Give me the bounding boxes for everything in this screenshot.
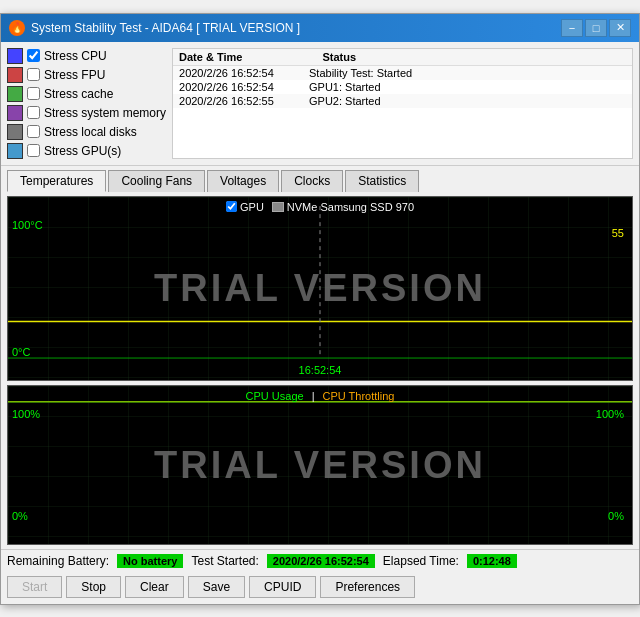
main-content-area: Stress CPU Stress FPU Stress cache Stres…: [1, 42, 639, 166]
chart-top-time-label: 16:52:54: [299, 364, 342, 376]
cpu-legend: CPU Usage | CPU Throttling: [246, 390, 395, 402]
chart-top-label-0: 0°C: [12, 346, 30, 358]
chart-bottom-label-100-left: 100%: [12, 408, 40, 420]
test-started-value: 2020/2/26 16:52:54: [267, 554, 375, 568]
gpu-legend-label: GPU: [240, 201, 264, 213]
chart-top-legend: GPU NVMe Samsung SSD 970: [226, 201, 414, 213]
stress-memory-label: Stress system memory: [44, 106, 166, 120]
elapsed-label: Elapsed Time:: [383, 554, 459, 568]
gpu-legend-checkbox[interactable]: [226, 201, 237, 212]
title-bar: 🔥 System Stability Test - AIDA64 [ TRIAL…: [1, 14, 639, 42]
trial-watermark-bottom: TRIAL VERSION: [154, 443, 486, 486]
disk-icon: [7, 124, 23, 140]
main-window: 🔥 System Stability Test - AIDA64 [ TRIAL…: [0, 13, 640, 605]
cpu-usage-chart: CPU Usage | CPU Throttling 100% 0% 100% …: [7, 385, 633, 545]
tabs-section: Temperatures Cooling Fans Voltages Clock…: [1, 166, 639, 192]
tab-cooling-fans[interactable]: Cooling Fans: [108, 170, 205, 192]
fpu-icon: [7, 67, 23, 83]
battery-label: Remaining Battery:: [7, 554, 109, 568]
log-row-1: 2020/2/26 16:52:54 GPU1: Started: [173, 80, 632, 94]
chart-bottom-label-0-left: 0%: [12, 510, 28, 522]
nvme-legend-item: NVMe Samsung SSD 970: [272, 201, 414, 213]
cpuid-button[interactable]: CPUID: [249, 576, 316, 598]
test-started-label: Test Started:: [191, 554, 258, 568]
elapsed-value: 0:12:48: [467, 554, 517, 568]
tab-voltages[interactable]: Voltages: [207, 170, 279, 192]
close-button[interactable]: ✕: [609, 19, 631, 37]
cpu-usage-label: CPU Usage: [246, 390, 304, 402]
bottom-toolbar: Start Stop Clear Save CPUID Preferences: [1, 572, 639, 604]
start-button[interactable]: Start: [7, 576, 62, 598]
log-status-1: GPU1: Started: [309, 81, 626, 93]
stress-disk-label: Stress local disks: [44, 125, 137, 139]
nvme-legend-label: NVMe Samsung SSD 970: [287, 201, 414, 213]
stress-cpu-label: Stress CPU: [44, 49, 107, 63]
cpu-icon: [7, 48, 23, 64]
nvme-legend-box: [272, 202, 284, 212]
tab-bar: Temperatures Cooling Fans Voltages Clock…: [7, 170, 633, 192]
memory-icon: [7, 105, 23, 121]
battery-value: No battery: [117, 554, 183, 568]
stress-disk-checkbox[interactable]: [27, 125, 40, 138]
stress-fpu-label: Stress FPU: [44, 68, 105, 82]
stress-fpu-checkbox[interactable]: [27, 68, 40, 81]
log-row-2: 2020/2/26 16:52:55 GPU2: Started: [173, 94, 632, 108]
app-icon: 🔥: [9, 20, 25, 36]
trial-watermark-top: TRIAL VERSION: [154, 267, 486, 310]
clear-button[interactable]: Clear: [125, 576, 184, 598]
window-title: System Stability Test - AIDA64 [ TRIAL V…: [31, 21, 300, 35]
log-time-0: 2020/2/26 16:52:54: [179, 67, 289, 79]
chart-top-label-100: 100°C: [12, 219, 43, 231]
chart-bottom-label-100-right: 100%: [596, 408, 624, 420]
tab-temperatures[interactable]: Temperatures: [7, 170, 106, 192]
charts-area: GPU NVMe Samsung SSD 970 100°C 0°C 16:52…: [1, 192, 639, 549]
save-button[interactable]: Save: [188, 576, 245, 598]
stress-fpu-item: Stress FPU: [7, 67, 166, 83]
log-time-2: 2020/2/26 16:52:55: [179, 95, 289, 107]
stress-memory-item: Stress system memory: [7, 105, 166, 121]
gpu-temp-chart: GPU NVMe Samsung SSD 970 100°C 0°C 16:52…: [7, 196, 633, 381]
stress-cache-label: Stress cache: [44, 87, 113, 101]
log-status-2: GPU2: Started: [309, 95, 626, 107]
stress-cache-item: Stress cache: [7, 86, 166, 102]
stop-button[interactable]: Stop: [66, 576, 121, 598]
tab-statistics[interactable]: Statistics: [345, 170, 419, 192]
log-panel: Date & Time Status 2020/2/26 16:52:54 St…: [172, 48, 633, 159]
status-bar: Remaining Battery: No battery Test Start…: [1, 549, 639, 572]
log-header: Date & Time Status: [173, 49, 632, 66]
log-col-status: Status: [322, 51, 356, 63]
gpu-icon: [7, 143, 23, 159]
cpu-legend-separator: |: [312, 390, 315, 402]
stress-gpu-item: Stress GPU(s): [7, 143, 166, 159]
stress-cache-checkbox[interactable]: [27, 87, 40, 100]
log-row-0: 2020/2/26 16:52:54 Stability Test: Start…: [173, 66, 632, 80]
log-time-1: 2020/2/26 16:52:54: [179, 81, 289, 93]
stress-gpu-label: Stress GPU(s): [44, 144, 121, 158]
log-col-time: Date & Time: [179, 51, 242, 63]
cpu-throttle-label: CPU Throttling: [323, 390, 395, 402]
gpu-legend-item: GPU: [226, 201, 264, 213]
tab-clocks[interactable]: Clocks: [281, 170, 343, 192]
log-status-0: Stability Test: Started: [309, 67, 626, 79]
stress-disk-item: Stress local disks: [7, 124, 166, 140]
chart-top-right-value: 55: [612, 227, 624, 239]
stress-cpu-checkbox[interactable]: [27, 49, 40, 62]
preferences-button[interactable]: Preferences: [320, 576, 415, 598]
stress-options-panel: Stress CPU Stress FPU Stress cache Stres…: [7, 48, 166, 159]
stress-memory-checkbox[interactable]: [27, 106, 40, 119]
cache-icon: [7, 86, 23, 102]
title-bar-left: 🔥 System Stability Test - AIDA64 [ TRIAL…: [9, 20, 300, 36]
chart-bottom-label-0-right: 0%: [608, 510, 624, 522]
stress-cpu-item: Stress CPU: [7, 48, 166, 64]
maximize-button[interactable]: □: [585, 19, 607, 37]
window-controls: − □ ✕: [561, 19, 631, 37]
stress-gpu-checkbox[interactable]: [27, 144, 40, 157]
minimize-button[interactable]: −: [561, 19, 583, 37]
